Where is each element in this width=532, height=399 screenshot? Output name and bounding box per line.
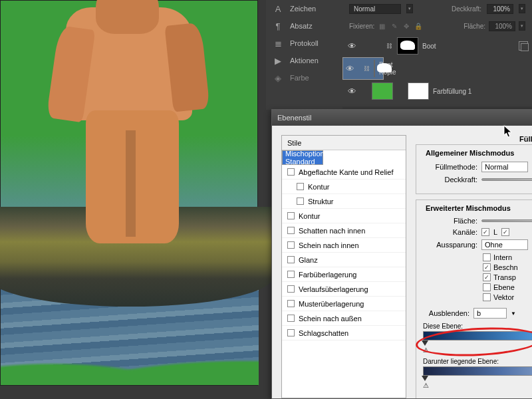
vector-mask-checkbox[interactable] — [483, 293, 491, 301]
play-icon: ▶ — [273, 56, 283, 66]
dialog-titlebar[interactable]: Ebenenstil — [272, 110, 532, 126]
style-checkbox[interactable] — [287, 271, 295, 278]
style-checkbox[interactable] — [287, 329, 295, 336]
style-option[interactable]: Verlaufsüberlagerung — [282, 282, 406, 297]
dropdown-icon[interactable]: ▾ — [519, 4, 525, 13]
mask-thumbnail[interactable] — [408, 82, 429, 100]
lock-move-icon[interactable]: ✥ — [402, 22, 410, 31]
blend-mode-select[interactable]: Normal — [349, 4, 401, 14]
layer-effects-icon[interactable] — [519, 41, 528, 51]
lock-pixels-icon[interactable]: ▦ — [378, 22, 386, 31]
layer-name[interactable]: Farbfüllung 1 — [433, 88, 471, 95]
style-option[interactable]: Kontur — [282, 180, 406, 194]
channel-l-label: L — [493, 228, 497, 236]
panel-history[interactable]: ≣Protokoll — [266, 35, 342, 52]
link-icon[interactable]: ⛓ — [386, 43, 393, 49]
blend-if-select[interactable]: b — [473, 308, 507, 319]
style-option[interactable]: Schatten nach innen — [282, 223, 406, 238]
style-label: Glanz — [299, 256, 318, 264]
styles-list: Stile Mischoptionen: StandardAbgeflachte… — [281, 135, 406, 398]
mask-thumbnail[interactable] — [374, 60, 375, 77]
slider-handle-black[interactable] — [422, 340, 428, 346]
cb-label: Transp — [493, 273, 516, 281]
underlying-layer-label: Darunter liegende Ebene: — [423, 358, 499, 365]
visibility-icon[interactable]: 👁 — [346, 64, 354, 74]
mask-thumbnail[interactable] — [397, 37, 418, 55]
clip-checkbox[interactable] — [483, 263, 491, 271]
link-icon[interactable]: ⛓ — [364, 65, 370, 72]
style-option[interactable]: Schein nach innen — [282, 238, 406, 253]
lock-brush-icon[interactable]: ✎ — [390, 22, 398, 31]
visibility-icon[interactable]: 👁 — [346, 41, 357, 51]
cb-label: Vektor — [493, 293, 514, 301]
dropdown-icon[interactable]: ▾ — [406, 4, 413, 13]
knockout-label: Aussparung: — [423, 241, 477, 249]
panel-color[interactable]: ◈Farbe — [266, 69, 342, 86]
group-title: Erweiterter Mischmodus — [423, 204, 532, 212]
style-label: Schatten nach innen — [299, 227, 365, 235]
layer-row-boot-kopie[interactable]: 👁 ⛓ Boot Kopie — [342, 57, 384, 80]
style-checkbox[interactable] — [287, 256, 295, 263]
style-checkbox[interactable] — [287, 241, 295, 249]
style-checkbox[interactable] — [297, 183, 304, 190]
style-checkbox[interactable] — [287, 300, 295, 307]
style-option[interactable]: Glanz — [282, 253, 406, 267]
section-title: Fülloptionen — [416, 135, 532, 143]
style-option[interactable]: Mischoptionen: Standard — [282, 150, 323, 165]
style-checkbox[interactable] — [287, 212, 295, 219]
style-option[interactable]: Musterüberlagerung — [282, 297, 406, 311]
style-label: Kontur — [308, 183, 329, 191]
style-label: Farbüberlagerung — [299, 271, 356, 279]
blend-mode-select[interactable]: Normal — [481, 162, 528, 172]
style-label: Abgeflachte Kante und Relief — [299, 168, 394, 176]
style-label: Kontur — [299, 212, 320, 220]
internal-effects-checkbox[interactable] — [483, 253, 491, 261]
style-checkbox[interactable] — [297, 198, 304, 205]
lock-all-icon[interactable]: 🔒 — [414, 22, 422, 31]
panel-actions[interactable]: ▶Aktionen — [266, 52, 342, 69]
layer-row-fill[interactable]: 👁 Farbfüllung 1 — [342, 80, 532, 102]
layer-row-boot[interactable]: 👁 ⛓ Boot — [342, 35, 532, 57]
panel-label: Zeichen — [290, 5, 316, 13]
panel-label: Protokoll — [290, 39, 319, 47]
opacity-label: Deckkraft: — [452, 5, 481, 13]
style-checkbox[interactable] — [287, 168, 295, 176]
opacity-slider[interactable] — [481, 178, 532, 181]
panel-label: Aktionen — [290, 57, 319, 65]
underlying-layer-slider[interactable] — [423, 366, 532, 376]
visibility-icon[interactable]: 👁 — [346, 86, 357, 96]
layer-name[interactable]: Boot — [422, 43, 436, 50]
style-option[interactable]: Struktur — [282, 194, 406, 209]
transparency-checkbox[interactable] — [483, 273, 491, 281]
layer-thumbnail[interactable] — [372, 82, 393, 100]
layers-panel: Normal ▾ Deckkraft: 100% ▾ Fixieren: ▦ ✎… — [342, 0, 532, 106]
layer-mask-checkbox[interactable] — [483, 283, 491, 291]
blend-mode-label: Füllmethode: — [423, 163, 477, 171]
cb-label: Intern — [493, 253, 512, 261]
channel-l-checkbox[interactable] — [481, 228, 489, 236]
document-canvas[interactable] — [0, 0, 258, 386]
warning-icon: ⚠ — [423, 382, 532, 389]
knockout-select[interactable]: Ohne — [481, 239, 528, 250]
slider-handle-black[interactable] — [422, 376, 428, 381]
panel-paragraph[interactable]: ¶Absatz — [266, 17, 342, 35]
character-icon: A — [273, 4, 283, 14]
panel-character[interactable]: AZeichen — [266, 0, 342, 17]
style-checkbox[interactable] — [287, 315, 295, 322]
fill-value[interactable]: 100% — [489, 21, 515, 31]
blending-options-panel: Fülloptionen Allgemeiner Mischmodus Füll… — [416, 135, 532, 398]
fill-slider[interactable] — [481, 219, 532, 222]
style-option[interactable]: Schlagschatten — [282, 326, 406, 340]
this-layer-slider[interactable] — [423, 331, 532, 340]
style-option[interactable]: Kontur — [282, 209, 406, 223]
style-checkbox[interactable] — [287, 285, 295, 293]
style-option[interactable]: Farbüberlagerung — [282, 267, 406, 282]
paragraph-icon: ¶ — [273, 21, 283, 31]
style-option[interactable]: Abgeflachte Kante und Relief — [282, 165, 406, 180]
opacity-value[interactable]: 100% — [487, 4, 513, 14]
style-checkbox[interactable] — [287, 227, 295, 234]
style-option[interactable]: Schein nach außen — [282, 311, 406, 326]
dropdown-icon[interactable]: ▾ — [519, 21, 525, 31]
cb-label: Beschn — [493, 263, 518, 271]
channel-checkbox[interactable] — [501, 228, 509, 236]
